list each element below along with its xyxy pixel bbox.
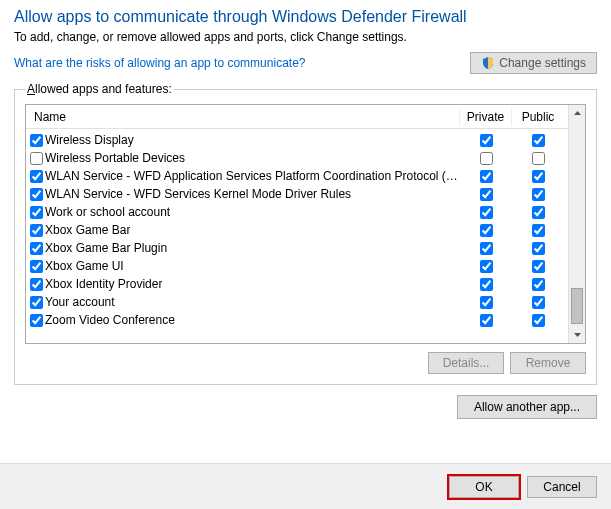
table-row[interactable]: Wireless Display: [26, 131, 568, 149]
public-checkbox[interactable]: [532, 260, 545, 273]
ok-button[interactable]: OK: [449, 476, 519, 498]
shield-icon: [481, 56, 495, 70]
change-settings-label: Change settings: [499, 56, 586, 70]
scroll-thumb[interactable]: [571, 288, 583, 324]
private-checkbox[interactable]: [480, 134, 493, 147]
app-enabled-checkbox[interactable]: [30, 242, 43, 255]
app-enabled-checkbox[interactable]: [30, 134, 43, 147]
public-checkbox[interactable]: [532, 206, 545, 219]
remove-button[interactable]: Remove: [510, 352, 586, 374]
public-checkbox[interactable]: [532, 170, 545, 183]
app-enabled-checkbox[interactable]: [30, 206, 43, 219]
public-checkbox[interactable]: [532, 152, 545, 165]
group-legend: Allowed apps and features:: [25, 82, 174, 96]
private-checkbox[interactable]: [480, 170, 493, 183]
scroll-down-icon[interactable]: [569, 326, 585, 343]
app-enabled-checkbox[interactable]: [30, 224, 43, 237]
table-row[interactable]: Xbox Identity Provider: [26, 275, 568, 293]
app-name-label: Xbox Game Bar Plugin: [45, 241, 167, 255]
table-row[interactable]: Work or school account: [26, 203, 568, 221]
change-settings-button[interactable]: Change settings: [470, 52, 597, 74]
app-name-label: Wireless Portable Devices: [45, 151, 185, 165]
app-enabled-checkbox[interactable]: [30, 296, 43, 309]
col-name[interactable]: Name: [30, 108, 460, 126]
app-enabled-checkbox[interactable]: [30, 260, 43, 273]
public-checkbox[interactable]: [532, 296, 545, 309]
page-title: Allow apps to communicate through Window…: [14, 8, 597, 26]
app-enabled-checkbox[interactable]: [30, 278, 43, 291]
scroll-track[interactable]: [569, 122, 585, 326]
public-checkbox[interactable]: [532, 314, 545, 327]
table-row[interactable]: Xbox Game UI: [26, 257, 568, 275]
public-checkbox[interactable]: [532, 134, 545, 147]
app-enabled-checkbox[interactable]: [30, 170, 43, 183]
table-row[interactable]: Xbox Game Bar: [26, 221, 568, 239]
public-checkbox[interactable]: [532, 278, 545, 291]
app-name-label: Wireless Display: [45, 133, 134, 147]
col-private[interactable]: Private: [460, 108, 512, 126]
app-name-label: Xbox Game Bar: [45, 223, 130, 237]
public-checkbox[interactable]: [532, 188, 545, 201]
app-enabled-checkbox[interactable]: [30, 152, 43, 165]
table-row[interactable]: Your account: [26, 293, 568, 311]
allowed-apps-group: Allowed apps and features: Name Private …: [14, 82, 597, 385]
public-checkbox[interactable]: [532, 224, 545, 237]
table-row[interactable]: Wireless Portable Devices: [26, 149, 568, 167]
app-enabled-checkbox[interactable]: [30, 314, 43, 327]
page-subtitle: To add, change, or remove allowed apps a…: [14, 30, 597, 44]
app-name-label: Xbox Identity Provider: [45, 277, 162, 291]
scrollbar[interactable]: [568, 105, 585, 343]
public-checkbox[interactable]: [532, 242, 545, 255]
private-checkbox[interactable]: [480, 224, 493, 237]
app-name-label: WLAN Service - WFD Services Kernel Mode …: [45, 187, 351, 201]
cancel-button[interactable]: Cancel: [527, 476, 597, 498]
private-checkbox[interactable]: [480, 206, 493, 219]
app-name-label: Work or school account: [45, 205, 170, 219]
private-checkbox[interactable]: [480, 296, 493, 309]
app-name-label: Your account: [45, 295, 115, 309]
col-public[interactable]: Public: [512, 108, 564, 126]
private-checkbox[interactable]: [480, 188, 493, 201]
app-name-label: WLAN Service - WFD Application Services …: [45, 169, 460, 183]
app-name-label: Xbox Game UI: [45, 259, 124, 273]
table-row[interactable]: WLAN Service - WFD Services Kernel Mode …: [26, 185, 568, 203]
app-name-label: Zoom Video Conference: [45, 313, 175, 327]
list-header: Name Private Public: [26, 105, 568, 129]
table-row[interactable]: Zoom Video Conference: [26, 311, 568, 329]
private-checkbox[interactable]: [480, 278, 493, 291]
table-row[interactable]: Xbox Game Bar Plugin: [26, 239, 568, 257]
footer: OK Cancel: [0, 463, 611, 509]
apps-list: Name Private Public Wireless DisplayWire…: [25, 104, 586, 344]
private-checkbox[interactable]: [480, 314, 493, 327]
private-checkbox[interactable]: [480, 260, 493, 273]
private-checkbox[interactable]: [480, 242, 493, 255]
allow-another-app-button[interactable]: Allow another app...: [457, 395, 597, 419]
private-checkbox[interactable]: [480, 152, 493, 165]
risks-link[interactable]: What are the risks of allowing an app to…: [14, 56, 305, 70]
scroll-up-icon[interactable]: [569, 105, 585, 122]
app-enabled-checkbox[interactable]: [30, 188, 43, 201]
details-button[interactable]: Details...: [428, 352, 504, 374]
table-row[interactable]: WLAN Service - WFD Application Services …: [26, 167, 568, 185]
